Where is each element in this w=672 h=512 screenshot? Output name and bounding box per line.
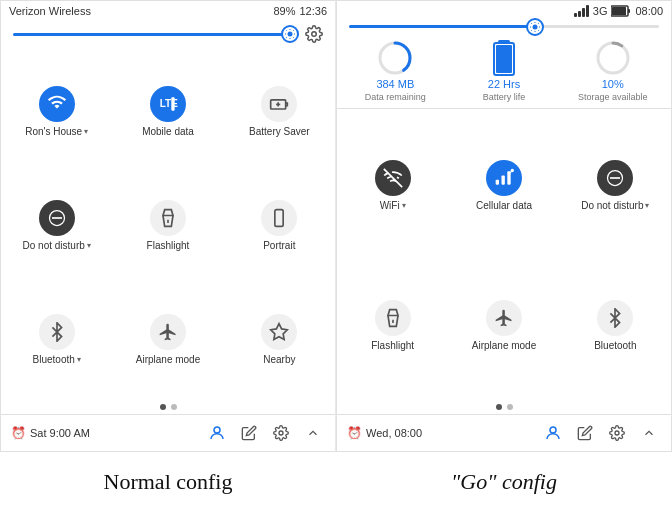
portrait-icon-left xyxy=(261,200,297,236)
data-value: 384 MB xyxy=(376,78,414,90)
alarm-time-left: Sat 9:00 AM xyxy=(30,427,90,439)
storage-value: 10% xyxy=(602,78,624,90)
mobile-icon-left: LTE xyxy=(150,86,186,122)
info-tile-data: 384 MB Data remaining xyxy=(343,40,448,102)
dot-2-left xyxy=(171,404,177,410)
tile-nearby-label-left: Nearby xyxy=(263,354,295,365)
dot-1-right xyxy=(496,404,502,410)
signal-icon-right xyxy=(574,5,589,17)
brightness-thumb-right[interactable] xyxy=(526,18,544,36)
tile-nearby-left[interactable]: Nearby xyxy=(224,282,335,396)
qs-grid-left: Ron's House ▾ LTE Mobile data Batte xyxy=(1,47,335,400)
svg-rect-22 xyxy=(496,45,512,73)
tile-airplane-right[interactable]: Airplane mode xyxy=(448,256,559,397)
tile-battery-saver-left[interactable]: Battery Saver xyxy=(224,55,335,169)
qs-grid-right: WiFi ▾ Cellular data xyxy=(337,111,671,400)
brightness-track-left[interactable] xyxy=(13,33,299,36)
caption-normal: Normal config xyxy=(0,452,336,512)
bluetooth-icon-left xyxy=(39,314,75,350)
tile-mobile-left[interactable]: LTE Mobile data xyxy=(112,55,223,169)
dots-left xyxy=(1,400,335,414)
tile-flashlight-left[interactable]: Flashlight xyxy=(112,169,223,283)
svg-rect-16 xyxy=(628,9,630,13)
battery-icon-right xyxy=(611,5,631,17)
go-config-panel: 3G 08:00 384 MB xyxy=(336,0,672,452)
battery-pct: 89% xyxy=(273,5,295,17)
flashlight-icon-right xyxy=(375,300,411,336)
brightness-bar-right[interactable] xyxy=(337,21,671,32)
tile-cellular-right[interactable]: Cellular data xyxy=(448,115,559,256)
svg-point-23 xyxy=(598,43,628,73)
svg-point-0 xyxy=(288,32,293,37)
tile-bluetooth-right[interactable]: Bluetooth xyxy=(560,256,671,397)
tile-dnd-right[interactable]: Do not disturb ▾ xyxy=(560,115,671,256)
nearby-icon-left xyxy=(261,314,297,350)
svg-point-33 xyxy=(615,431,619,435)
status-bar-right: 3G 08:00 xyxy=(337,1,671,21)
storage-icon xyxy=(595,40,631,76)
network-type-right: 3G xyxy=(593,5,608,17)
edit-icon-left[interactable] xyxy=(237,421,261,445)
svg-point-13 xyxy=(279,431,283,435)
tile-flashlight-label-right: Flashlight xyxy=(371,340,414,351)
alarm-right: ⏰ Wed, 08:00 xyxy=(347,426,422,440)
user-icon-left[interactable] xyxy=(205,421,229,445)
settings-icon-left[interactable] xyxy=(305,25,323,43)
time-right: 08:00 xyxy=(635,5,663,17)
tile-portrait-left[interactable]: Portrait xyxy=(224,169,335,283)
tile-portrait-label-left: Portrait xyxy=(263,240,295,251)
svg-point-28 xyxy=(511,169,514,172)
tile-bluetooth-label-left: Bluetooth ▾ xyxy=(33,354,81,365)
alarm-icon-right: ⏰ xyxy=(347,426,362,440)
airplane-icon-left xyxy=(150,314,186,350)
expand-icon-right[interactable] xyxy=(637,421,661,445)
edit-icon-right[interactable] xyxy=(573,421,597,445)
flashlight-icon-left xyxy=(150,200,186,236)
svg-point-1 xyxy=(312,32,317,37)
tile-airplane-left[interactable]: Airplane mode xyxy=(112,282,223,396)
tile-wifi-right[interactable]: WiFi ▾ xyxy=(337,115,448,256)
dnd-icon-left xyxy=(39,200,75,236)
brightness-track-right[interactable] xyxy=(349,25,659,28)
battery-saver-icon-left xyxy=(261,86,297,122)
battery-label: Battery life xyxy=(483,92,526,102)
svg-rect-3 xyxy=(171,98,174,111)
tile-bluetooth-label-right: Bluetooth xyxy=(594,340,636,351)
tile-airplane-label-right: Airplane mode xyxy=(472,340,536,351)
cellular-icon-right xyxy=(486,160,522,196)
svg-rect-26 xyxy=(501,175,504,184)
svg-marker-11 xyxy=(271,323,288,339)
battery-value: 22 Hrs xyxy=(488,78,520,90)
settings-icon-btn-left[interactable] xyxy=(269,421,293,445)
bluetooth-icon-right xyxy=(597,300,633,336)
dot-1-left xyxy=(160,404,166,410)
user-icon-right[interactable] xyxy=(541,421,565,445)
bottom-bar-left: ⏰ Sat 9:00 AM xyxy=(1,414,335,451)
storage-label: Storage available xyxy=(578,92,648,102)
svg-rect-10 xyxy=(275,210,283,227)
settings-icon-btn-right[interactable] xyxy=(605,421,629,445)
tile-wifi-left[interactable]: Ron's House ▾ xyxy=(1,55,112,169)
tile-wifi-label-left: Ron's House ▾ xyxy=(25,126,88,137)
svg-point-12 xyxy=(214,427,220,433)
brightness-bar-left[interactable] xyxy=(1,21,335,47)
airplane-icon-right xyxy=(486,300,522,336)
svg-text:LTE: LTE xyxy=(160,99,178,110)
info-tiles-right: 384 MB Data remaining 22 Hrs Battery lif… xyxy=(337,32,671,106)
captions-row: Normal config "Go" config xyxy=(0,452,672,512)
wifi-icon-left xyxy=(39,86,75,122)
status-bar-left: Verizon Wireless 89% 12:36 xyxy=(1,1,335,21)
tile-bluetooth-left[interactable]: Bluetooth ▾ xyxy=(1,282,112,396)
svg-point-32 xyxy=(550,427,556,433)
data-circle xyxy=(377,40,413,76)
tile-flashlight-right[interactable]: Flashlight xyxy=(337,256,448,397)
tile-dnd-left[interactable]: Do not disturb ▾ xyxy=(1,169,112,283)
svg-rect-25 xyxy=(496,179,499,184)
caption-go: "Go" config xyxy=(336,452,672,512)
battery-life-icon xyxy=(486,40,522,76)
carrier-text: Verizon Wireless xyxy=(9,5,91,17)
expand-icon-left[interactable] xyxy=(301,421,325,445)
bottom-bar-right: ⏰ Wed, 08:00 xyxy=(337,414,671,451)
brightness-thumb-left[interactable] xyxy=(281,25,299,43)
data-label: Data remaining xyxy=(365,92,426,102)
